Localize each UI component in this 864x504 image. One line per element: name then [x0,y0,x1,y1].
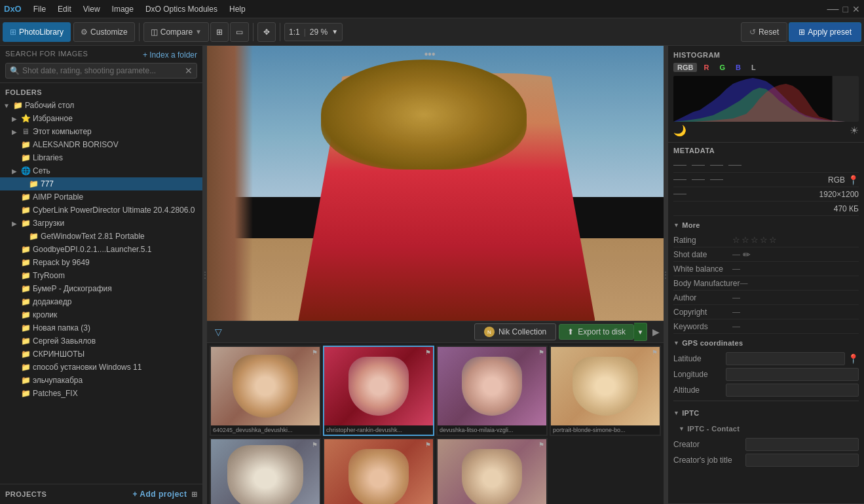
star-1[interactable]: ☆ [732,235,740,245]
edit-icon[interactable]: ✏ [743,249,751,260]
export-btn[interactable]: ⬆ Export to disk [559,324,634,340]
grid-view-btn[interactable]: ⊞ [210,22,229,42]
compare-dropdown-icon: ▼ [195,28,202,35]
folder-item-screenshots[interactable]: 📁 СКРИНШОТЫ [0,348,202,361]
index-folder-btn[interactable]: + Index a folder [143,50,197,60]
folder-item-network[interactable]: ▶ 🌐 Сеть [0,164,202,177]
rating-stars[interactable]: ☆ ☆ ☆ ☆ ☆ [732,235,777,245]
zoom-control[interactable]: 1:1 | 29 % ▼ [284,23,343,41]
thumbnail-item-6[interactable]: ⚑ tmb_126034_6621.jpg [323,438,434,504]
overexposure-icon[interactable]: ☀ [850,124,859,137]
preview-options-btn[interactable]: ••• [424,48,436,60]
gps-latitude-row: Latitude 📍 [673,351,859,367]
star-4[interactable]: ☆ [760,235,768,245]
filter-btn[interactable]: ▽ [211,325,226,338]
folder-item-downloads[interactable]: ▶ 📁 Загрузки [0,217,202,230]
thumbnail-item-7[interactable]: ⚑ vzgliad-devushka-blondink... [436,438,548,504]
compare-btn[interactable]: ◫ Compare ▼ [143,22,209,42]
gps-longitude-row: Longitude [673,367,859,382]
folder-item-patches[interactable]: 📁 Patches_FIX [0,387,202,400]
folder-item-tryroom[interactable]: 📁 TryRoom [0,269,202,282]
main-content: SEARCH FOR IMAGES + Index a folder 🔍 ✕ F… [0,46,864,504]
resolution-value: 1920×1200 [819,190,859,199]
move-tool-btn[interactable]: ✥ [257,22,276,42]
altitude-input[interactable] [726,384,859,397]
menu-help[interactable]: Help [224,3,251,15]
folder-label: кролик [33,310,57,319]
folder-icon-yellow: 📁 [20,375,31,386]
histogram-tab-rgb[interactable]: RGB [673,63,697,72]
thumbnail-item-1[interactable]: ⚑ 640245_devushka_devushki... [210,346,321,436]
folder-item-aleksandr[interactable]: 📁 ALEKSANDR BORISOV [0,138,202,151]
folder-item-krolik[interactable]: 📁 кролик [0,308,202,321]
folder-label: CyberLink PowerDirector Ultimate 20.4.28… [33,206,195,215]
folder-item-sposob[interactable]: 📁 способ установки Windows 11 [0,361,202,374]
photo-library-tab[interactable]: ⊞ PhotoLibrary [3,22,71,42]
histogram-tab-b[interactable]: B [732,63,745,72]
folder-item-repack[interactable]: 📁 Repack by 9649 [0,256,202,269]
more-section-toggle[interactable]: More [673,219,859,232]
thumbnail-item-3[interactable]: ⚑ devushka-litso-milaia-vzgli... [436,346,548,436]
folder-item-777[interactable]: 📁 777 [0,177,202,190]
folder-item-libraries[interactable]: 📁 Libraries [0,151,202,164]
reset-btn[interactable]: ↺ Reset [741,22,787,42]
folder-item-new3[interactable]: 📁 Новая папка (3) [0,321,202,334]
star-2[interactable]: ☆ [742,235,749,245]
star-5[interactable]: ☆ [769,235,777,245]
customize-tab[interactable]: ⚙ Customize [73,22,135,42]
thumbnail-item-4[interactable]: ⚑ portrait-blonde-simone-bo... [550,346,661,436]
gps-locate-btn[interactable]: 📍 [848,353,859,364]
folder-item-desktop[interactable]: ▼ 📁 Рабочий стол [0,99,202,112]
close-btn[interactable]: ✕ [852,4,860,14]
menu-optics[interactable]: DxO Optics Modules [140,3,223,15]
folder-item-bumer[interactable]: 📁 БумеР - Дискография [0,282,202,295]
thumbnail-label-4: portrait-blonde-simone-bo... [551,425,660,435]
sidebar: SEARCH FOR IMAGES + Index a folder 🔍 ✕ F… [0,46,203,504]
histogram-tabs: RGB R G B L [673,63,859,72]
menu-view[interactable]: View [78,3,105,15]
underexposure-icon[interactable]: 🌙 [673,124,686,137]
minimize-btn[interactable]: — [827,2,839,16]
menu-file[interactable]: File [28,3,51,15]
export-dropdown-btn[interactable]: ▼ [634,323,647,341]
latitude-input[interactable] [726,352,845,365]
add-project-btn[interactable]: + Add project [132,490,187,499]
single-view-btn[interactable]: ▭ [230,22,249,42]
menu-edit[interactable]: Edit [52,3,77,15]
creator-input[interactable] [745,438,859,451]
maximize-btn[interactable]: □ [843,4,848,14]
panel-expand-btn[interactable]: ▶ [652,327,660,337]
folder-item-sergey[interactable]: 📁 Сергей Завьялов [0,334,202,348]
folder-item-elchupakabra[interactable]: 📁 эльчупакабра [0,374,202,387]
search-input[interactable] [22,66,182,75]
folder-item-goodbyedpi[interactable]: 📁 GoodbyeDPI.0.2.1....Launcher.5.1 [0,243,202,256]
folder-item-getwindowtext[interactable]: 📁 GetWindowText 2.81 Portable [0,230,202,243]
search-box[interactable]: 🔍 ✕ [5,63,197,79]
thumbnail-item-2[interactable]: ⚑ christopher-rankin-devushk... [323,346,434,436]
star-3[interactable]: ☆ [751,235,759,245]
histogram-tab-r[interactable]: R [700,63,713,72]
projects-options-btn[interactable]: ⊞ [191,490,198,499]
histogram-header: HISTOGRAM [673,51,859,59]
longitude-input[interactable] [726,368,859,381]
search-clear-btn[interactable]: ✕ [185,65,193,76]
histogram-tab-g[interactable]: G [715,63,729,72]
apply-preset-btn[interactable]: ⊞ Apply preset [789,22,861,42]
folder-item-cyberlink[interactable]: 📁 CyberLink PowerDirector Ultimate 20.4.… [0,204,202,217]
folder-item-favorites[interactable]: ▶ ⭐ Избранное [0,112,202,125]
folder-item-aimp[interactable]: 📁 AIMP Portable [0,190,202,204]
iptc-contact-toggle[interactable]: IPTC - Contact [673,422,859,435]
nik-collection-btn[interactable]: N Nik Collection [474,323,556,340]
gps-section-toggle[interactable]: GPS coordinates [673,336,859,350]
iptc-header[interactable]: IPTC [673,406,859,420]
folder-item-dodakadr[interactable]: 📁 додакаедр [0,295,202,308]
reset-label: Reset [759,27,779,37]
pin-icon[interactable]: 📍 [848,175,859,185]
compare-label: Compare [160,27,193,37]
histogram-tab-l[interactable]: L [747,63,760,72]
menu-image[interactable]: Image [107,3,139,15]
creator-job-input[interactable] [745,454,859,467]
thumbnail-item-5[interactable]: ⚑ starye-fotografii-i-krasaviс... [210,438,321,504]
folder-item-computer[interactable]: ▶ 🖥 Этот компьютер [0,125,202,138]
folders-header[interactable]: FOLDERS [0,86,202,99]
